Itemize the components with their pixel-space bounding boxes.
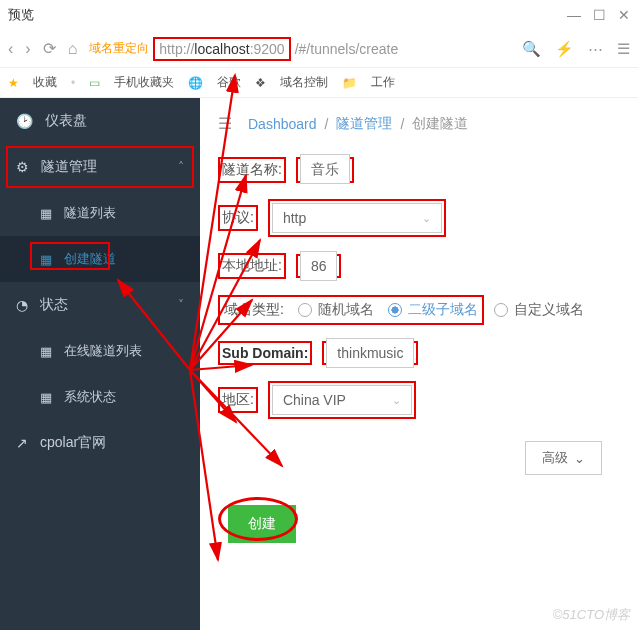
chevron-down-icon: ˅ — [178, 298, 184, 312]
window-controls: ― ☐ ✕ — [567, 7, 630, 23]
search-icon[interactable]: 🔍 — [522, 40, 541, 58]
subdomain-label: Sub Domain: — [222, 345, 308, 361]
bc-create: 创建隧道 — [412, 115, 468, 133]
row-tunnel-name: 隧道名称: 音乐 — [200, 149, 638, 191]
label: 系统状态 — [64, 388, 116, 406]
maximize-icon[interactable]: ☐ — [593, 7, 606, 23]
radio-custom-domain[interactable]: 自定义域名 — [494, 301, 584, 319]
list-icon: ▦ — [40, 344, 52, 359]
chevron-down-icon: ⌄ — [574, 451, 585, 466]
content: ☰ Dashboard / 隧道管理 / 创建隧道 隧道名称: 音乐 协议: h… — [200, 98, 638, 630]
bm-favorites[interactable]: 收藏 — [33, 74, 57, 91]
sidebar-item-tunnel-list[interactable]: ▦ 隧道列表 — [0, 190, 200, 236]
chevron-up-icon: ˄ — [178, 160, 184, 174]
url-proto: http:// — [159, 41, 194, 57]
sep: / — [325, 116, 329, 132]
sidebar: 🕑 仪表盘 ⚙ 隧道管理 ˄ ▦ 隧道列表 ▦ 创建隧道 ◔ 状态 ˅ ▦ 在线… — [0, 98, 200, 630]
sidebar-item-tunnel-mgmt[interactable]: ⚙ 隧道管理 ˄ — [0, 144, 200, 190]
mobile-icon: ▭ — [89, 76, 100, 90]
dashboard-icon: 🕑 — [16, 113, 33, 129]
more-icon[interactable]: ⋯ — [588, 40, 603, 58]
reload-icon[interactable]: ⟳ — [43, 39, 56, 58]
home-icon[interactable]: ⌂ — [68, 40, 78, 58]
watermark: ©51CTO博客 — [553, 606, 630, 624]
label: 隧道列表 — [64, 204, 116, 222]
grid-icon: ▦ — [40, 252, 52, 267]
globe-icon: 🌐 — [188, 76, 203, 90]
url-suffix: /#/tunnels/create — [295, 41, 399, 57]
toolbar-icons: 🔍 ⚡ ⋯ ☰ — [522, 40, 630, 58]
list-icon: ▦ — [40, 206, 52, 221]
sidebar-item-status[interactable]: ◔ 状态 ˅ — [0, 282, 200, 328]
doc-icon: ❖ — [255, 76, 266, 90]
tunnel-name-label: 隧道名称: — [222, 161, 282, 177]
create-button[interactable]: 创建 — [228, 505, 296, 543]
sidebar-item-dashboard[interactable]: 🕑 仪表盘 — [0, 98, 200, 144]
browser-navbar: ‹ › ⟳ ⌂ 域名重定向 http://localhost:9200 /#/t… — [0, 30, 638, 68]
label: 自定义域名 — [514, 301, 584, 319]
url-box: http://localhost:9200 — [153, 37, 290, 61]
bm-mobile[interactable]: 手机收藏夹 — [114, 74, 174, 91]
sidebar-item-system-status[interactable]: ▦ 系统状态 — [0, 374, 200, 420]
label: 在线隧道列表 — [64, 342, 142, 360]
window-title: 预览 — [8, 6, 34, 24]
url-port: :9200 — [250, 41, 285, 57]
external-icon: ↗ — [16, 435, 28, 451]
minimize-icon[interactable]: ― — [567, 7, 581, 23]
row-local-addr: 本地地址: 86 — [200, 245, 638, 287]
label: 二级子域名 — [408, 301, 478, 319]
label: cpolar官网 — [40, 434, 106, 452]
sidebar-item-online-list[interactable]: ▦ 在线隧道列表 — [0, 328, 200, 374]
bm-work[interactable]: 工作 — [371, 74, 395, 91]
radio-random-domain[interactable]: 随机域名 — [298, 301, 374, 319]
label: 状态 — [40, 296, 68, 314]
close-icon[interactable]: ✕ — [618, 7, 630, 23]
breadcrumb: ☰ Dashboard / 隧道管理 / 创建隧道 — [200, 98, 638, 149]
bm-google[interactable]: 谷歌 — [217, 74, 241, 91]
row-region: 地区: China VIP⌄ — [200, 373, 638, 427]
subdomain-input[interactable]: thinkmusic — [326, 338, 414, 368]
local-addr-label: 本地地址: — [222, 257, 282, 273]
region-select[interactable]: China VIP⌄ — [272, 385, 412, 415]
bolt-icon[interactable]: ⚡ — [555, 40, 574, 58]
url-domain: localhost — [194, 41, 249, 57]
window-titlebar: 预览 ― ☐ ✕ — [0, 0, 638, 30]
protocol-select[interactable]: http⌄ — [272, 203, 442, 233]
status-icon: ◔ — [16, 297, 28, 313]
domain-type-label: 域名类型: — [224, 301, 284, 319]
label: 随机域名 — [318, 301, 374, 319]
label: 创建隧道 — [64, 250, 116, 268]
label: 仪表盘 — [45, 112, 87, 130]
sidebar-item-cpolar[interactable]: ↗ cpolar官网 — [0, 420, 200, 466]
list-icon: ▦ — [40, 390, 52, 405]
sep: / — [400, 116, 404, 132]
label: 高级 — [542, 449, 568, 467]
folder-icon: 📁 — [342, 76, 357, 90]
label: 创建 — [248, 515, 276, 531]
radio-subdomain[interactable]: 二级子域名 — [388, 301, 478, 319]
local-addr-input[interactable]: 86 — [300, 251, 338, 281]
menu-toggle-icon[interactable]: ☰ — [218, 114, 232, 133]
protocol-label: 协议: — [222, 209, 254, 225]
advanced-button[interactable]: 高级⌄ — [525, 441, 602, 475]
row-domain-type: 域名类型: 随机域名 二级子域名 自定义域名 — [200, 287, 638, 333]
label: 隧道管理 — [41, 158, 97, 176]
gear-icon: ⚙ — [16, 159, 29, 175]
chevron-down-icon: ⌄ — [392, 394, 401, 407]
back-icon[interactable]: ‹ — [8, 40, 13, 58]
bc-dashboard[interactable]: Dashboard — [248, 116, 317, 132]
forward-icon[interactable]: › — [25, 40, 30, 58]
star-icon[interactable]: ★ — [8, 76, 19, 90]
row-subdomain: Sub Domain: thinkmusic — [200, 333, 638, 373]
region-value: China VIP — [283, 392, 346, 408]
bm-domain[interactable]: 域名控制 — [280, 74, 328, 91]
bookmark-bar: ★ 收藏 • ▭ 手机收藏夹 🌐 谷歌 ❖ 域名控制 📁 工作 — [0, 68, 638, 98]
protocol-value: http — [283, 210, 306, 226]
redirect-label: 域名重定向 — [89, 40, 149, 57]
sidebar-item-create-tunnel[interactable]: ▦ 创建隧道 — [0, 236, 200, 282]
address-bar[interactable]: 域名重定向 http://localhost:9200 /#/tunnels/c… — [89, 37, 510, 61]
bc-tunnel[interactable]: 隧道管理 — [336, 115, 392, 133]
menu-icon[interactable]: ☰ — [617, 40, 630, 58]
bm-sep: • — [71, 76, 75, 90]
tunnel-name-input[interactable]: 音乐 — [300, 154, 350, 184]
